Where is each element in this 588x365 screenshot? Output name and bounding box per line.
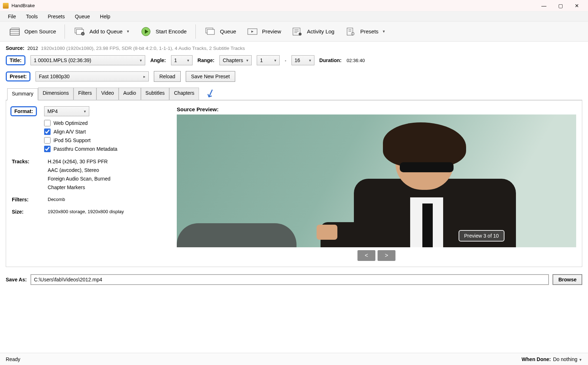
close-button[interactable]: ✕ — [569, 0, 585, 11]
chevron-down-icon: ▼ — [579, 358, 582, 362]
svg-point-17 — [299, 33, 302, 36]
tab-summary[interactable]: Summary — [7, 88, 38, 100]
source-preview-label: Source Preview: — [177, 106, 576, 112]
window-title: HandBrake — [11, 3, 35, 8]
menu-help[interactable]: Help — [95, 12, 115, 21]
annotation-arrow-icon: ↙ — [203, 85, 217, 101]
preset-select[interactable]: Fast 1080p30 ▸ — [35, 71, 149, 81]
duration-value: 02:36:40 — [347, 58, 365, 63]
queue-label: Queue — [220, 28, 236, 34]
tab-subtitles[interactable]: Subtitles — [141, 88, 170, 100]
menu-bar: File Tools Presets Queue Help — [0, 11, 588, 22]
range-from-select[interactable]: 1 ▾ — [257, 55, 280, 65]
chevron-down-icon: ▾ — [309, 58, 311, 63]
svg-marker-12 — [251, 31, 253, 33]
log-icon — [291, 27, 303, 37]
clapper-icon — [9, 27, 21, 37]
menu-queue[interactable]: Queue — [70, 12, 95, 21]
check-align-av[interactable]: Align A/V Start — [44, 128, 117, 135]
angle-select[interactable]: 1 ▾ — [171, 55, 193, 65]
filters-label: Filters: — [12, 197, 48, 202]
when-done-select[interactable]: Do nothing ▼ — [553, 356, 582, 362]
activity-log-label: Activity Log — [307, 28, 335, 34]
range-mode-value: Chapters — [223, 57, 243, 63]
save-new-preset-button[interactable]: Save New Preset — [186, 71, 235, 82]
dropdown-icon: ▼ — [382, 29, 386, 33]
status-text: Ready — [6, 356, 20, 362]
source-preview-image: Preview 3 of 10 — [177, 114, 576, 247]
chevron-down-icon: ▾ — [140, 58, 142, 63]
tabs: Summary Dimensions Filters Video Audio S… — [6, 88, 582, 100]
svg-rect-18 — [347, 28, 353, 35]
add-to-queue-label: Add to Queue — [89, 28, 123, 34]
window-controls: ― ▢ ✕ — [536, 0, 585, 11]
menu-presets[interactable]: Presets — [43, 12, 70, 21]
track-item: AAC (avcodec), Stereo — [48, 167, 110, 173]
status-bar: Ready When Done: Do nothing ▼ — [0, 353, 588, 365]
tracks-label: Tracks: — [12, 159, 48, 164]
source-name: 2012 — [27, 46, 38, 51]
check-web-optimized[interactable]: Web Optimized — [44, 120, 117, 126]
tab-audio[interactable]: Audio — [119, 88, 141, 100]
check-ipod-5g[interactable]: iPod 5G Support — [44, 137, 117, 144]
app-icon — [3, 3, 9, 9]
save-as-input[interactable] — [30, 274, 549, 285]
dash: - — [285, 58, 286, 63]
dropdown-icon: ▼ — [126, 29, 130, 33]
preview-next-button[interactable]: > — [378, 250, 395, 261]
check-passthru-metadata[interactable]: Passthru Common Metadata — [44, 146, 117, 152]
title-bar: HandBrake ― ▢ ✕ — [0, 0, 588, 11]
title-value: 1 00001.MPLS (02:36:39) — [34, 57, 91, 63]
presets-button[interactable]: Presets ▼ — [340, 24, 391, 39]
browse-button[interactable]: Browse — [553, 274, 582, 285]
reload-button[interactable]: Reload — [154, 71, 180, 82]
start-encode-label: Start Encode — [156, 28, 187, 34]
when-done-label: When Done: — [522, 356, 551, 362]
chevron-down-icon: ▾ — [274, 58, 276, 63]
format-select[interactable]: MP4 ▾ — [44, 106, 89, 116]
add-to-queue-button[interactable]: + Add to Queue ▼ — [68, 24, 134, 39]
open-source-button[interactable]: Open Source — [4, 24, 61, 39]
chevron-down-icon: ▾ — [84, 109, 86, 114]
source-label: Source: — [6, 45, 24, 51]
chevron-right-icon: ▸ — [143, 74, 146, 79]
presets-label: Presets — [360, 28, 379, 34]
duration-label: Duration: — [319, 57, 342, 63]
preview-button[interactable]: Preview — [241, 24, 286, 39]
minimize-button[interactable]: ― — [536, 0, 552, 11]
start-encode-button[interactable]: Start Encode — [135, 24, 192, 39]
svg-rect-10 — [207, 29, 214, 34]
chevron-down-icon: ▾ — [187, 58, 189, 63]
angle-value: 1 — [174, 57, 177, 63]
range-mode-select[interactable]: Chapters ▾ — [219, 55, 252, 65]
queue-add-icon: + — [74, 27, 86, 37]
presets-icon — [345, 27, 357, 37]
maximize-button[interactable]: ▢ — [552, 0, 569, 11]
chevron-down-icon: ▾ — [246, 58, 248, 63]
filters-value: Decomb — [48, 197, 65, 202]
queue-button[interactable]: Queue — [199, 24, 241, 39]
preset-label: Preset: — [6, 71, 30, 81]
format-value: MP4 — [47, 108, 58, 114]
size-label: Size: — [12, 209, 48, 215]
svg-text:+: + — [82, 32, 84, 36]
tab-filters[interactable]: Filters — [74, 88, 96, 100]
title-select[interactable]: 1 00001.MPLS (02:36:39) ▾ — [30, 55, 145, 65]
save-as-label: Save As: — [6, 277, 27, 282]
range-to-select[interactable]: 16 ▾ — [291, 55, 314, 65]
tab-dimensions[interactable]: Dimensions — [38, 88, 74, 100]
menu-tools[interactable]: Tools — [21, 12, 43, 21]
menu-file[interactable]: File — [3, 12, 21, 21]
stack-icon — [204, 27, 217, 37]
preview-prev-button[interactable]: < — [357, 250, 375, 261]
activity-log-button[interactable]: Activity Log — [286, 24, 340, 39]
source-details: 1920x1080 (1920x1080), 23.98 FPS, SDR (8… — [41, 46, 245, 51]
format-label: Format: — [10, 106, 37, 116]
tab-video[interactable]: Video — [96, 88, 119, 100]
preview-counter: Preview 3 of 10 — [459, 230, 505, 242]
range-label: Range: — [198, 57, 214, 63]
tab-chapters[interactable]: Chapters — [169, 88, 199, 100]
range-to-value: 16 — [295, 57, 300, 63]
tracks-list: H.264 (x264), 30 FPS PFR AAC (avcodec), … — [48, 159, 110, 190]
toolbar: Open Source + Add to Queue ▼ Start Encod… — [0, 22, 588, 42]
